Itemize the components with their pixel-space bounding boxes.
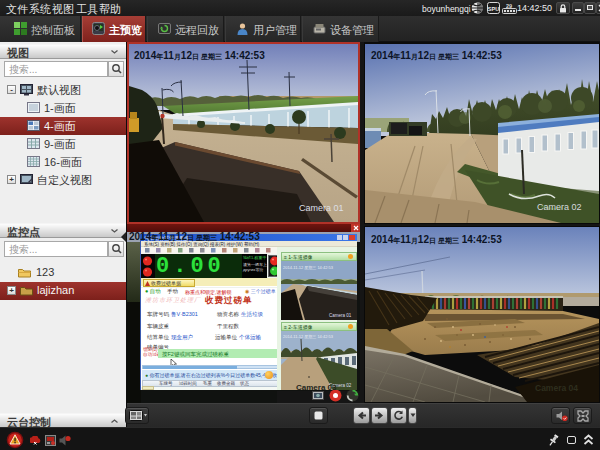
svg-text:Camera 01: Camera 01 [299, 203, 344, 213]
svg-text:Camera 02: Camera 02 [537, 202, 582, 212]
svg-text:2014-11-12 星期三 14:42:53: 2014-11-12 星期三 14:42:53 [283, 265, 334, 270]
svg-text:SPU: SPU [488, 6, 499, 12]
svg-text:Camera 01: Camera 01 [329, 313, 352, 318]
svg-text:Camera 04: Camera 04 [535, 383, 578, 393]
svg-text:29: 29 [506, 3, 512, 9]
svg-text:2014-11-12 星期三 14:42:53: 2014-11-12 星期三 14:42:53 [283, 334, 334, 339]
